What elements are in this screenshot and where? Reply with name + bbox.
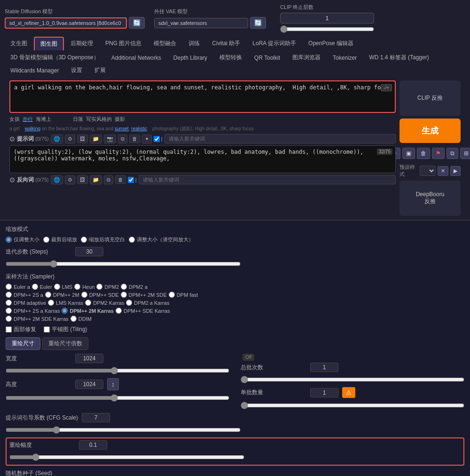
tab-lora[interactable]: LoRA 提示词助手 xyxy=(247,37,302,50)
copy-btn[interactable]: ⧉ xyxy=(118,135,127,143)
neg-img-btn[interactable]: 🖼 xyxy=(77,175,88,184)
tab-model-merge[interactable]: 模型融合 xyxy=(148,37,182,50)
clip-input[interactable] xyxy=(280,13,374,24)
vae-select[interactable]: sdxl_vae.safetensors xyxy=(154,18,248,28)
trash-icon-btn[interactable]: 🗑 xyxy=(417,148,430,159)
camera-btn[interactable]: 📷 xyxy=(104,135,116,143)
tab-model-convert[interactable]: 模型转换 xyxy=(214,51,248,64)
model-refresh-button[interactable]: 🔄 xyxy=(129,17,145,29)
denoising-input[interactable] xyxy=(79,440,107,450)
keyword-input-negative[interactable] xyxy=(139,175,396,184)
batch-size-slider[interactable] xyxy=(241,402,464,409)
sampler-dpm2[interactable]: DPM2 xyxy=(96,284,119,290)
steps-slider[interactable] xyxy=(6,260,241,268)
warn-button[interactable]: ⚠ xyxy=(342,387,355,398)
cfg-input[interactable] xyxy=(82,413,110,422)
resize-option-2[interactable]: 裁剪后缩放 xyxy=(43,236,77,243)
tab-additional-networks[interactable]: Additional Networks xyxy=(106,51,167,64)
sampler-ddim[interactable]: DDIM xyxy=(70,316,92,322)
steps-input[interactable] xyxy=(75,247,103,256)
img-btn[interactable]: 🖼 xyxy=(77,135,88,143)
tab-3d-openpose[interactable]: 3D 骨架模型编辑（3D Openpose） xyxy=(5,51,105,64)
grid-icon-btn[interactable]: ⊞ xyxy=(460,148,470,159)
tab-depth-library[interactable]: Depth Library xyxy=(168,51,213,64)
vae-refresh-button[interactable]: 🔄 xyxy=(250,17,266,29)
width-slider[interactable] xyxy=(6,367,229,374)
tab-tokenizer[interactable]: Tokenizer xyxy=(327,51,362,64)
translate-checkbox[interactable]: | xyxy=(154,136,163,142)
positive-prompt-input[interactable] xyxy=(14,84,391,108)
sampler-lmskarras[interactable]: LMS Karras xyxy=(48,300,83,306)
sampler-dpm2a[interactable]: DPM2 a xyxy=(121,284,148,290)
sampler-euler[interactable]: Euler xyxy=(32,284,52,290)
batch-count-input[interactable] xyxy=(310,363,338,372)
flag-icon-btn[interactable]: ⚑ xyxy=(432,148,445,159)
swap-dimensions-btn[interactable]: ↕ xyxy=(107,378,119,390)
neg-folder-btn[interactable]: 📁 xyxy=(90,175,102,184)
resize-option-1[interactable]: 仅调整大小 xyxy=(6,236,39,243)
tab-extensions[interactable]: 扩展 xyxy=(89,64,111,77)
preset-select[interactable] xyxy=(420,166,436,176)
neg-delete-btn[interactable]: 🗑 xyxy=(115,175,126,184)
sampler-dpmfast[interactable]: DPM fast xyxy=(169,292,198,298)
tab-postprocess[interactable]: 后期处理 xyxy=(65,37,99,50)
expand-positive-icon[interactable]: ⊙ xyxy=(9,135,15,143)
batch-size-input[interactable] xyxy=(310,388,338,397)
sampler-dpm2akarras[interactable]: DPM2 a Karras xyxy=(126,300,169,306)
neg-globe-btn[interactable]: 🌐 xyxy=(51,175,63,184)
divider-button[interactable]: -/+ xyxy=(381,84,392,91)
folder-btn[interactable]: 📁 xyxy=(90,135,102,143)
cfg-slider[interactable] xyxy=(6,426,241,434)
sampler-dpmadaptive[interactable]: DPM adaptive xyxy=(6,300,46,306)
facerestore-checkbox[interactable]: 面部修复 xyxy=(6,325,36,333)
tab-txt2img[interactable]: 文生图 xyxy=(5,37,33,50)
tab-qr-toolkit[interactable]: QR Toolkit xyxy=(249,51,286,64)
sampler-euler-a[interactable]: Euler a xyxy=(6,284,30,290)
height-slider[interactable] xyxy=(6,394,229,402)
preset-refresh-btn[interactable]: ✕ xyxy=(438,166,448,176)
sampler-lms[interactable]: LMS xyxy=(54,284,73,290)
sampler-dpp2sa[interactable]: DPM++ 2S a xyxy=(6,292,43,298)
neg-translate-checkbox[interactable]: | xyxy=(128,177,137,183)
sampler-dpp2sakarras[interactable]: DPM++ 2S a Karras xyxy=(6,308,60,314)
resize-option-4[interactable]: 调整大小（潜空间放大） xyxy=(129,236,194,243)
keyword-input-positive[interactable] xyxy=(164,134,396,143)
redraw-size-tab[interactable]: 重绘尺寸 xyxy=(6,337,40,350)
tab-settings[interactable]: 设置 xyxy=(65,64,88,77)
batch-count-slider[interactable] xyxy=(241,376,464,383)
generate-button[interactable]: 生成 xyxy=(400,119,461,143)
tab-png-info[interactable]: PNG 图片信息 xyxy=(100,37,147,50)
clip-slider[interactable] xyxy=(280,25,374,33)
tiling-checkbox[interactable]: 平铺图 (Tiling) xyxy=(44,325,87,333)
model-select[interactable]: sd_xl_refiner_1.0_0.9vae.safetensors [8d… xyxy=(5,17,127,29)
neg-copy-btn[interactable]: ⧉ xyxy=(104,175,113,184)
tab-civitai[interactable]: Civitai 助手 xyxy=(206,37,246,50)
preset-apply-btn[interactable]: ▶ xyxy=(450,166,461,176)
tab-train[interactable]: 训练 xyxy=(183,37,205,50)
redraw-scale-tab[interactable]: 重绘尺寸倍数 xyxy=(42,337,88,350)
tab-wildcards[interactable]: Wildcards Manager xyxy=(5,64,64,77)
tab-openpose[interactable]: OpenPose 编辑器 xyxy=(303,37,359,50)
sampler-dpp2mkarras[interactable]: DPM++ 2M Karras xyxy=(62,308,114,314)
sampler-dppsdekrrs[interactable]: DPM++ SDE Karras xyxy=(116,308,170,314)
square-icon-btn[interactable]: ▣ xyxy=(402,148,415,159)
sampler-dpp2msde[interactable]: DPM++ 2M SDE xyxy=(121,292,167,298)
resize-option-3[interactable]: 缩放后填充空白 xyxy=(81,236,125,243)
neg-settings-btn[interactable]: ⚙ xyxy=(65,175,75,184)
globe-btn[interactable]: 🌐 xyxy=(51,135,63,143)
sampler-dpm2karras[interactable]: DPM2 Karras xyxy=(85,300,124,306)
expand-negative-icon[interactable]: ⊙ xyxy=(9,176,15,183)
settings-btn[interactable]: ⚙ xyxy=(65,135,75,143)
tab-wd-tagger[interactable]: WD 1.4 标签器 (Tagger) xyxy=(363,51,434,64)
tab-img2img[interactable]: 图生图 xyxy=(34,37,64,50)
sampler-dpp2msdekarras[interactable]: DPM++ 2M SDE Karras xyxy=(6,316,69,322)
delete-btn[interactable]: 🗑 xyxy=(129,135,140,143)
negative-prompt-input[interactable] xyxy=(14,149,392,168)
tab-gallery[interactable]: 图库浏览器 xyxy=(287,51,326,64)
star-btn[interactable]: ✦ xyxy=(142,135,152,143)
sampler-dppsde[interactable]: DPM++ SDE xyxy=(81,292,119,298)
sampler-dpp2m[interactable]: DPM++ 2M xyxy=(45,292,79,298)
height-input[interactable] xyxy=(75,380,103,389)
sampler-heun[interactable]: Heun xyxy=(74,284,94,290)
denoising-slider[interactable] xyxy=(9,453,244,461)
